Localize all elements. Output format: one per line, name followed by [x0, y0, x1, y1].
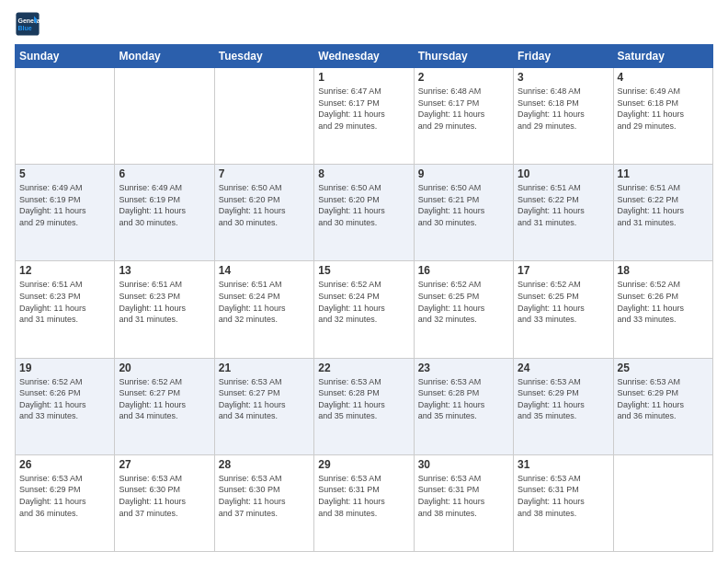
calendar-cell: 7Sunrise: 6:50 AM Sunset: 6:20 PM Daylig… [214, 165, 313, 261]
svg-rect-0 [16, 12, 39, 35]
calendar-cell: 22Sunrise: 6:53 AM Sunset: 6:28 PM Dayli… [314, 358, 414, 454]
day-info: Sunrise: 6:52 AM Sunset: 6:27 PM Dayligh… [119, 376, 210, 422]
calendar-cell: 5Sunrise: 6:49 AM Sunset: 6:19 PM Daylig… [16, 165, 115, 261]
calendar-cell: 30Sunrise: 6:53 AM Sunset: 6:31 PM Dayli… [414, 454, 513, 551]
calendar-cell: 24Sunrise: 6:53 AM Sunset: 6:29 PM Dayli… [514, 358, 613, 454]
day-number: 19 [19, 362, 110, 374]
day-number: 13 [119, 264, 210, 277]
calendar-cell: 19Sunrise: 6:52 AM Sunset: 6:26 PM Dayli… [16, 358, 115, 454]
day-number: 7 [219, 167, 310, 180]
calendar-cell [115, 68, 214, 165]
day-number: 27 [119, 458, 210, 471]
day-number: 11 [618, 167, 709, 180]
day-info: Sunrise: 6:52 AM Sunset: 6:25 PM Dayligh… [418, 279, 509, 325]
day-number: 12 [19, 264, 110, 277]
calendar-cell: 3Sunrise: 6:48 AM Sunset: 6:18 PM Daylig… [514, 68, 613, 165]
calendar-cell [613, 454, 712, 551]
day-number: 30 [418, 458, 509, 471]
day-number: 5 [19, 167, 110, 180]
day-info: Sunrise: 6:51 AM Sunset: 6:23 PM Dayligh… [19, 279, 110, 325]
day-number: 22 [318, 362, 409, 374]
day-info: Sunrise: 6:53 AM Sunset: 6:30 PM Dayligh… [119, 473, 210, 519]
day-number: 29 [318, 458, 409, 471]
day-header-tuesday: Tuesday [214, 45, 313, 68]
calendar-cell: 12Sunrise: 6:51 AM Sunset: 6:23 PM Dayli… [16, 261, 115, 358]
day-header-saturday: Saturday [613, 45, 712, 68]
day-info: Sunrise: 6:47 AM Sunset: 6:17 PM Dayligh… [318, 86, 409, 132]
day-header-monday: Monday [115, 45, 214, 68]
day-info: Sunrise: 6:53 AM Sunset: 6:31 PM Dayligh… [418, 473, 509, 519]
calendar-cell: 4Sunrise: 6:49 AM Sunset: 6:18 PM Daylig… [613, 68, 712, 165]
day-info: Sunrise: 6:53 AM Sunset: 6:29 PM Dayligh… [618, 376, 709, 422]
day-info: Sunrise: 6:48 AM Sunset: 6:17 PM Dayligh… [418, 86, 509, 132]
calendar-cell: 10Sunrise: 6:51 AM Sunset: 6:22 PM Dayli… [514, 165, 613, 261]
page: General Blue SundayMondayTuesdayWednesda… [0, 0, 728, 563]
calendar-week-5: 26Sunrise: 6:53 AM Sunset: 6:29 PM Dayli… [16, 454, 713, 551]
svg-text:Blue: Blue [18, 25, 32, 31]
calendar-cell: 21Sunrise: 6:53 AM Sunset: 6:27 PM Dayli… [214, 358, 313, 454]
day-header-thursday: Thursday [414, 45, 513, 68]
calendar-cell [16, 68, 115, 165]
day-info: Sunrise: 6:53 AM Sunset: 6:31 PM Dayligh… [518, 473, 609, 519]
day-info: Sunrise: 6:50 AM Sunset: 6:21 PM Dayligh… [418, 182, 509, 228]
calendar-cell: 18Sunrise: 6:52 AM Sunset: 6:26 PM Dayli… [613, 261, 712, 358]
day-info: Sunrise: 6:53 AM Sunset: 6:30 PM Dayligh… [219, 473, 310, 519]
calendar-cell: 16Sunrise: 6:52 AM Sunset: 6:25 PM Dayli… [414, 261, 513, 358]
calendar-week-4: 19Sunrise: 6:52 AM Sunset: 6:26 PM Dayli… [16, 358, 713, 454]
calendar-cell: 26Sunrise: 6:53 AM Sunset: 6:29 PM Dayli… [16, 454, 115, 551]
day-info: Sunrise: 6:48 AM Sunset: 6:18 PM Dayligh… [518, 86, 609, 132]
day-header-wednesday: Wednesday [314, 45, 414, 68]
calendar-cell: 11Sunrise: 6:51 AM Sunset: 6:22 PM Dayli… [613, 165, 712, 261]
day-number: 14 [219, 264, 310, 277]
day-number: 23 [418, 362, 509, 374]
day-number: 15 [318, 264, 409, 277]
calendar-cell: 14Sunrise: 6:51 AM Sunset: 6:24 PM Dayli… [214, 261, 313, 358]
calendar-cell: 1Sunrise: 6:47 AM Sunset: 6:17 PM Daylig… [314, 68, 414, 165]
calendar-cell: 28Sunrise: 6:53 AM Sunset: 6:30 PM Dayli… [214, 454, 313, 551]
calendar-cell: 15Sunrise: 6:52 AM Sunset: 6:24 PM Dayli… [314, 261, 414, 358]
day-info: Sunrise: 6:49 AM Sunset: 6:18 PM Dayligh… [618, 86, 709, 132]
calendar-cell: 2Sunrise: 6:48 AM Sunset: 6:17 PM Daylig… [414, 68, 513, 165]
day-info: Sunrise: 6:49 AM Sunset: 6:19 PM Dayligh… [19, 182, 110, 228]
day-number: 1 [318, 71, 409, 84]
calendar-cell: 29Sunrise: 6:53 AM Sunset: 6:31 PM Dayli… [314, 454, 414, 551]
day-number: 20 [119, 362, 210, 374]
calendar-cell: 20Sunrise: 6:52 AM Sunset: 6:27 PM Dayli… [115, 358, 214, 454]
day-info: Sunrise: 6:51 AM Sunset: 6:23 PM Dayligh… [119, 279, 210, 325]
day-info: Sunrise: 6:50 AM Sunset: 6:20 PM Dayligh… [318, 182, 409, 228]
calendar-header-row: SundayMondayTuesdayWednesdayThursdayFrid… [16, 45, 713, 68]
calendar-cell: 8Sunrise: 6:50 AM Sunset: 6:20 PM Daylig… [314, 165, 414, 261]
day-number: 17 [518, 264, 609, 277]
day-number: 21 [219, 362, 310, 374]
day-info: Sunrise: 6:53 AM Sunset: 6:28 PM Dayligh… [418, 376, 509, 422]
calendar-week-1: 1Sunrise: 6:47 AM Sunset: 6:17 PM Daylig… [16, 68, 713, 165]
day-header-sunday: Sunday [16, 45, 115, 68]
calendar-cell: 27Sunrise: 6:53 AM Sunset: 6:30 PM Dayli… [115, 454, 214, 551]
day-info: Sunrise: 6:52 AM Sunset: 6:25 PM Dayligh… [518, 279, 609, 325]
calendar-cell: 31Sunrise: 6:53 AM Sunset: 6:31 PM Dayli… [514, 454, 613, 551]
calendar-week-2: 5Sunrise: 6:49 AM Sunset: 6:19 PM Daylig… [16, 165, 713, 261]
day-number: 10 [518, 167, 609, 180]
day-info: Sunrise: 6:52 AM Sunset: 6:24 PM Dayligh… [318, 279, 409, 325]
day-number: 6 [119, 167, 210, 180]
day-info: Sunrise: 6:51 AM Sunset: 6:22 PM Dayligh… [518, 182, 609, 228]
calendar-cell: 9Sunrise: 6:50 AM Sunset: 6:21 PM Daylig… [414, 165, 513, 261]
day-number: 18 [618, 264, 709, 277]
calendar-cell: 23Sunrise: 6:53 AM Sunset: 6:28 PM Dayli… [414, 358, 513, 454]
logo: General Blue [15, 11, 44, 37]
calendar-cell: 13Sunrise: 6:51 AM Sunset: 6:23 PM Dayli… [115, 261, 214, 358]
day-info: Sunrise: 6:51 AM Sunset: 6:22 PM Dayligh… [618, 182, 709, 228]
calendar-week-3: 12Sunrise: 6:51 AM Sunset: 6:23 PM Dayli… [16, 261, 713, 358]
day-number: 16 [418, 264, 509, 277]
calendar-cell [214, 68, 313, 165]
calendar-table: SundayMondayTuesdayWednesdayThursdayFrid… [15, 44, 713, 552]
calendar-cell: 6Sunrise: 6:49 AM Sunset: 6:19 PM Daylig… [115, 165, 214, 261]
day-number: 4 [618, 71, 709, 84]
day-header-friday: Friday [514, 45, 613, 68]
day-number: 3 [518, 71, 609, 84]
day-number: 31 [518, 458, 609, 471]
day-info: Sunrise: 6:53 AM Sunset: 6:29 PM Dayligh… [518, 376, 609, 422]
day-info: Sunrise: 6:53 AM Sunset: 6:28 PM Dayligh… [318, 376, 409, 422]
header: General Blue [15, 11, 713, 37]
calendar-cell: 25Sunrise: 6:53 AM Sunset: 6:29 PM Dayli… [613, 358, 712, 454]
